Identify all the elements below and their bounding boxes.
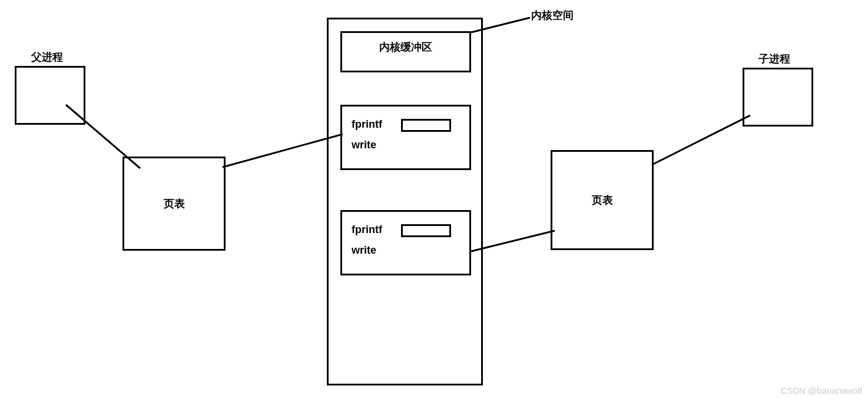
fprintf-buffer-rect-1 <box>401 119 451 132</box>
page-table-left-label: 页表 <box>164 197 185 211</box>
watermark: CSDN @bananawolf <box>780 385 862 395</box>
write-label-1: write <box>352 139 376 151</box>
fprintf-label-1: fprintf <box>352 118 382 131</box>
child-process-box <box>743 68 813 127</box>
kernel-space-label: 内核空间 <box>531 8 574 22</box>
fprintf-buffer-rect-2 <box>401 224 451 237</box>
svg-line-3 <box>471 231 555 251</box>
page-table-left-box: 页表 <box>122 157 226 251</box>
kernel-buffer-box: 内核缓冲区 <box>340 31 471 72</box>
fprintf-label-2: fprintf <box>352 224 382 236</box>
parent-process-box <box>15 66 85 125</box>
parent-process-label: 父进程 <box>31 50 63 64</box>
syscall-box-2: fprintf write <box>340 210 471 275</box>
page-table-right-label: 页表 <box>592 193 613 207</box>
page-table-right-box: 页表 <box>551 150 654 250</box>
svg-line-4 <box>652 115 750 165</box>
syscall-box-1: fprintf write <box>340 105 471 170</box>
svg-line-1 <box>223 134 343 167</box>
kernel-container-box <box>327 18 483 385</box>
child-process-label: 子进程 <box>758 52 790 66</box>
write-label-2: write <box>352 244 376 257</box>
kernel-buffer-label: 内核缓冲区 <box>379 40 432 54</box>
